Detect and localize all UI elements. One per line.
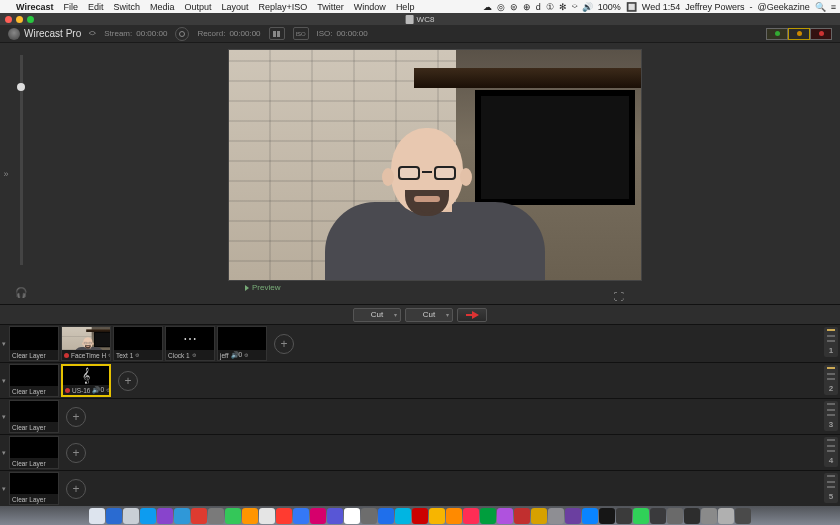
aspect-ratio-icon[interactable]: ⛶ xyxy=(614,291,624,302)
go-button[interactable] xyxy=(457,308,487,322)
layer-collapse-toggle[interactable]: ▾ xyxy=(0,363,8,398)
close-button[interactable] xyxy=(5,16,12,23)
status-icon[interactable]: ⊜ xyxy=(510,2,518,12)
menu-layout[interactable]: Layout xyxy=(222,2,249,12)
dock-app[interactable] xyxy=(531,508,547,524)
wifi-icon[interactable]: ⌔ xyxy=(572,2,577,12)
add-shot-button[interactable]: + xyxy=(66,443,86,463)
status-icon[interactable]: ① xyxy=(546,2,554,12)
gear-icon[interactable]: ⚙ xyxy=(106,387,109,393)
shot[interactable]: 𝄞US-16 🔊0 ⚙ xyxy=(61,364,111,397)
dock-app[interactable] xyxy=(616,508,632,524)
menu-media[interactable]: Media xyxy=(150,2,175,12)
layer-badge[interactable]: 4 xyxy=(824,437,838,467)
minimize-button[interactable] xyxy=(16,16,23,23)
shot[interactable]: FaceTime H ⚙ xyxy=(61,326,111,361)
status-icon[interactable]: d xyxy=(536,2,541,12)
bluetooth-icon[interactable]: ✻ xyxy=(559,2,567,12)
dock-app[interactable] xyxy=(497,508,513,524)
dock-app[interactable] xyxy=(140,508,156,524)
battery-icon[interactable]: 🔲 xyxy=(626,2,637,12)
menu-help[interactable]: Help xyxy=(396,2,415,12)
dock-app[interactable] xyxy=(429,508,445,524)
shot[interactable]: Clear Layer xyxy=(9,436,59,469)
dock-app[interactable] xyxy=(191,508,207,524)
zoom-button[interactable] xyxy=(27,16,34,23)
gear-icon[interactable]: ⚙ xyxy=(135,352,139,358)
dock-app[interactable] xyxy=(310,508,326,524)
record-button[interactable] xyxy=(269,27,285,40)
menu-extra-icon[interactable]: ≡ xyxy=(831,2,836,12)
menu-twitter[interactable]: Twitter xyxy=(317,2,344,12)
layer-badge[interactable]: 3 xyxy=(824,401,838,431)
dock-app[interactable] xyxy=(650,508,666,524)
layer-collapse-toggle[interactable]: ▾ xyxy=(0,471,8,506)
dock-app[interactable] xyxy=(480,508,496,524)
dock-app[interactable] xyxy=(361,508,377,524)
dock-app[interactable] xyxy=(242,508,258,524)
shot[interactable]: jeff 🔊0 ⚙ xyxy=(217,326,267,361)
menu-file[interactable]: File xyxy=(63,2,78,12)
layer-collapse-toggle[interactable]: ▾ xyxy=(0,325,8,362)
add-shot-button[interactable]: + xyxy=(66,479,86,499)
menubar-user[interactable]: Jeffrey Powers xyxy=(685,2,744,12)
volume-handle[interactable] xyxy=(17,83,25,91)
add-shot-button[interactable]: + xyxy=(274,334,294,354)
menubar-clock[interactable]: Wed 1:54 xyxy=(642,2,680,12)
menu-replay-iso[interactable]: Replay+ISO xyxy=(259,2,308,12)
dock-app[interactable] xyxy=(327,508,343,524)
layer-collapse-toggle[interactable]: ▾ xyxy=(0,399,8,434)
dock-app[interactable] xyxy=(89,508,105,524)
shot[interactable]: Clear Layer xyxy=(9,326,59,361)
shot[interactable]: Clear Layer xyxy=(9,364,59,397)
dock-app[interactable] xyxy=(225,508,241,524)
dock-app[interactable] xyxy=(344,508,360,524)
gear-icon[interactable]: ⚙ xyxy=(244,352,248,358)
stream-button[interactable] xyxy=(175,27,189,41)
app-menu[interactable]: Wirecast xyxy=(16,2,53,12)
layer-badge[interactable]: 1 xyxy=(824,327,838,357)
dock-app[interactable] xyxy=(208,508,224,524)
dock-app[interactable] xyxy=(446,508,462,524)
shot[interactable]: Clear Layer xyxy=(9,400,59,433)
spotlight-icon[interactable]: 🔍 xyxy=(815,2,826,12)
dock-app[interactable] xyxy=(718,508,734,524)
output-box-2[interactable] xyxy=(788,28,810,40)
dock-app[interactable] xyxy=(157,508,173,524)
panel-expand-button[interactable]: » xyxy=(0,43,12,304)
wifi-status-icon[interactable]: ⌔ xyxy=(89,28,96,40)
window-titlebar[interactable]: WC8 xyxy=(0,13,840,25)
add-shot-button[interactable]: + xyxy=(118,371,138,391)
battery-percent[interactable]: 100% xyxy=(598,2,621,12)
shot[interactable]: ⋯Clock 1 ⚙ xyxy=(165,326,215,361)
dock-app[interactable] xyxy=(293,508,309,524)
menu-switch[interactable]: Switch xyxy=(113,2,140,12)
dock-app[interactable] xyxy=(123,508,139,524)
output-box-1[interactable] xyxy=(766,28,788,40)
menu-output[interactable]: Output xyxy=(185,2,212,12)
status-icon[interactable]: ⊕ xyxy=(523,2,531,12)
chevron-down-icon[interactable]: ▾ xyxy=(394,311,397,318)
dock-app[interactable] xyxy=(735,508,751,524)
gear-icon[interactable]: ⚙ xyxy=(108,352,110,358)
gear-icon[interactable]: ⚙ xyxy=(192,352,196,358)
iso-button[interactable]: ISO xyxy=(293,27,309,40)
dock-app[interactable] xyxy=(514,508,530,524)
dock-app[interactable] xyxy=(548,508,564,524)
shot[interactable]: Text 1 ⚙ xyxy=(113,326,163,361)
volume-slider[interactable] xyxy=(20,55,23,265)
dock-app[interactable] xyxy=(106,508,122,524)
transition-left-button[interactable]: Cut▾ xyxy=(353,308,401,322)
transition-right-button[interactable]: Cut▾ xyxy=(405,308,453,322)
dock-app[interactable] xyxy=(633,508,649,524)
headphones-icon[interactable]: 🎧 xyxy=(15,287,27,298)
menubar-handle[interactable]: @Geekazine xyxy=(758,2,810,12)
dock-app[interactable] xyxy=(701,508,717,524)
layer-badge[interactable]: 2 xyxy=(824,365,838,395)
dock-app[interactable] xyxy=(259,508,275,524)
volume-icon[interactable]: 🔊 xyxy=(582,2,593,12)
dock-app[interactable] xyxy=(174,508,190,524)
output-box-3[interactable] xyxy=(810,28,832,40)
status-icon[interactable]: ☁ xyxy=(483,2,492,12)
dock-app[interactable] xyxy=(412,508,428,524)
